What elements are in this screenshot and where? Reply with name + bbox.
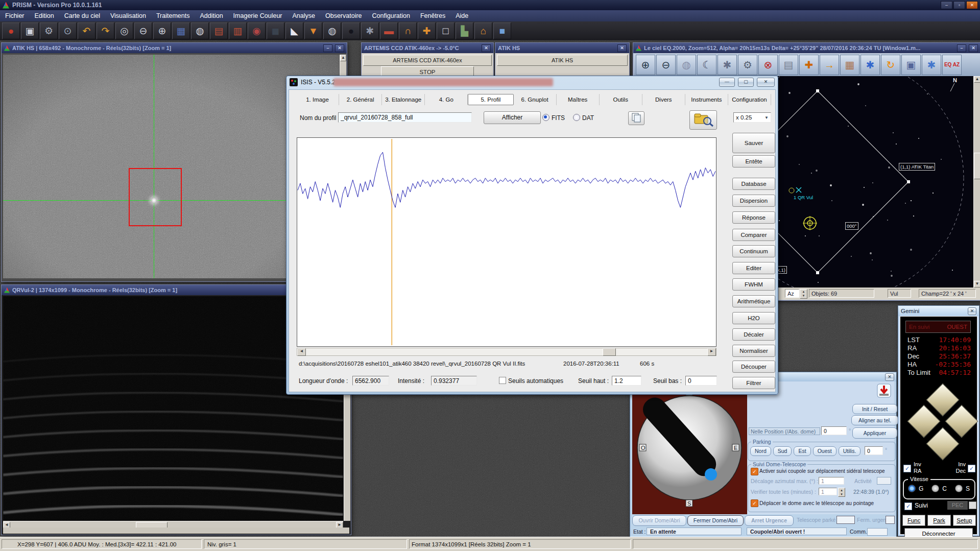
slew-south-button[interactable] (926, 427, 959, 460)
isis-fwhm-button[interactable]: FWHM (732, 278, 775, 291)
selection-box[interactable] (129, 168, 182, 226)
inv-dec-checkbox[interactable]: ✓ (968, 465, 975, 472)
scroll-right-icon[interactable]: ► (707, 348, 716, 356)
download-icon[interactable] (877, 384, 891, 398)
delete-icon[interactable]: ⊗ (758, 55, 778, 75)
sphere-icon[interactable]: ◍ (191, 22, 209, 39)
gemini-function-button[interactable]: Func (902, 515, 925, 526)
menu-item[interactable]: Fenêtres (415, 11, 450, 21)
menu-item[interactable]: Aide (450, 11, 473, 21)
camera-config-icon[interactable]: ⚙ (40, 22, 58, 39)
zoom-in-icon[interactable]: ⊕ (636, 55, 655, 75)
scroll-thumb[interactable] (603, 348, 616, 356)
maximize-icon[interactable]: ▢ (738, 78, 754, 87)
isis-d-caler-button[interactable]: Décaler (732, 328, 775, 341)
speed-radio[interactable]: G (908, 485, 923, 492)
isis-comparer-button[interactable]: Comparer (732, 229, 775, 241)
skychart-titlebar[interactable]: Le ciel EQ.2000, Zoom=512, Alpha= 20h15m… (633, 43, 980, 53)
profile-name-input[interactable] (338, 112, 472, 123)
filter-wheel-icon[interactable]: ✱ (718, 55, 737, 75)
spectrum-plot[interactable] (297, 137, 716, 347)
zoom-out-icon[interactable]: ⊖ (656, 55, 676, 75)
parking-button[interactable]: Ouest (813, 446, 836, 456)
redo-icon[interactable]: ↷ (97, 22, 114, 39)
artemis-titlebar[interactable]: ARTEMIS CCD ATIK-460ex -> -5.0°C ✕ (362, 43, 493, 53)
isis-ent-te-button[interactable]: Entête (732, 155, 775, 167)
gemini-titlebar[interactable]: Gemini ✕ (898, 306, 979, 316)
auto-threshold-checkbox[interactable] (499, 377, 506, 384)
menu-item[interactable]: Edition (30, 11, 59, 21)
menu-item[interactable]: Analyse (288, 11, 320, 21)
menu-item[interactable]: Carte du ciel (59, 11, 105, 21)
isis-tab[interactable]: Divers (642, 94, 685, 105)
parking-button[interactable]: Nord (750, 446, 771, 456)
guider-camera-icon[interactable]: ◼ (267, 22, 284, 39)
screen-icon[interactable]: ▦ (172, 22, 190, 39)
intensity-input[interactable] (431, 376, 477, 386)
parking-position-input[interactable] (865, 446, 883, 455)
low-threshold-input[interactable] (685, 376, 717, 386)
isis-sauver-button[interactable]: Sauver (732, 133, 775, 153)
isis-database-button[interactable]: Database (732, 178, 775, 190)
isis-tab[interactable]: 1. Image (296, 94, 339, 105)
isis-tab[interactable]: 6. Gnuplot (514, 94, 557, 105)
isis-tab[interactable]: Maîtres (557, 94, 600, 105)
display-button[interactable]: Afficher (484, 111, 541, 124)
atik-hs-tab[interactable]: ATIK HS (497, 55, 628, 66)
menu-item[interactable]: Traitements (151, 11, 195, 21)
snowflake-icon[interactable]: ✱ (922, 55, 941, 75)
init-reset-button[interactable]: Init / Reset (852, 404, 897, 414)
isis-tab[interactable]: 5. Profil (468, 94, 513, 105)
menu-item[interactable]: Visualisation (105, 11, 151, 21)
minimize-button[interactable]: – (941, 1, 952, 9)
close-icon[interactable]: ✕ (969, 44, 978, 52)
globe-icon[interactable]: ◍ (677, 55, 696, 75)
isis-tab[interactable]: Instruments (685, 94, 728, 105)
camera-red-icon[interactable]: ▤ (210, 22, 228, 39)
star-burst-icon[interactable]: ✱ (861, 55, 880, 75)
camera-red2-icon[interactable]: ▥ (229, 22, 247, 39)
az-select[interactable]: Az (785, 289, 799, 298)
plot-scrollbar[interactable]: ◄ ► (297, 348, 716, 356)
minimize-icon[interactable]: — (719, 78, 735, 87)
menu-item[interactable]: Imagerie Couleur (228, 11, 288, 21)
horizontal-scrollbar[interactable]: ◄ ► (3, 521, 343, 528)
wavelength-input[interactable] (352, 376, 389, 386)
save-icon[interactable]: ▣ (21, 22, 39, 39)
close-icon[interactable]: ✕ (335, 44, 344, 52)
menu-item[interactable]: Configuration (367, 11, 415, 21)
open-dome-button[interactable]: Ouvrir Dome/Abri (632, 515, 686, 526)
pointer-icon[interactable]: ◣ (285, 22, 303, 39)
isis-editer-button[interactable]: Editer (732, 262, 775, 274)
apply-button[interactable]: Appliquer (852, 427, 897, 439)
emergency-stop-button[interactable]: Arret Urgence (745, 515, 794, 526)
isis-filtrer-button[interactable]: Filtrer (732, 377, 775, 389)
window-icon[interactable]: ▣ (901, 55, 921, 75)
dome-icon[interactable]: ⌂ (474, 22, 492, 39)
isis-dispersion-button[interactable]: Dispersion (732, 195, 775, 207)
move-dome-checkbox[interactable]: ✓ (751, 499, 758, 507)
zoom-select[interactable]: x 0.25▼ (733, 112, 771, 123)
gemini-function-button[interactable]: Setup (953, 515, 976, 526)
close-button[interactable]: ✕ (966, 1, 978, 9)
speed-radio[interactable]: C (931, 485, 947, 492)
info-icon[interactable]: ⊙ (59, 22, 77, 39)
zoom-in-icon[interactable]: ⊕ (153, 22, 171, 39)
power-icon[interactable]: ● (2, 22, 20, 39)
vertical-scrollbar[interactable]: ▲ ▼ (973, 76, 980, 288)
sync-icon[interactable]: ↻ (881, 55, 900, 75)
monitor-icon[interactable]: ■ (493, 22, 511, 39)
close-icon[interactable]: ✕ (757, 78, 775, 87)
isis-tab[interactable]: Configuration (728, 94, 771, 105)
atik-hs-titlebar[interactable]: ATIK HS ✕ (495, 43, 629, 53)
ccd-red-icon[interactable]: ▬ (380, 22, 398, 39)
menu-item[interactable]: Observatoire (320, 11, 367, 21)
isis-tab[interactable]: 2. Général (339, 94, 382, 105)
isis-titlebar[interactable]: ISIS - V5.5.2 — ▢ ✕ (286, 76, 778, 88)
zoom-window-icon[interactable]: ◎ (115, 22, 133, 39)
isis-tab[interactable]: 4. Go (425, 94, 468, 105)
gears-icon[interactable]: ⚙ (738, 55, 757, 75)
artemis-tab[interactable]: ARTEMIS CCD ATIK-460ex (363, 55, 492, 66)
undo-icon[interactable]: ↶ (78, 22, 95, 39)
open-folder-button[interactable] (689, 110, 717, 130)
